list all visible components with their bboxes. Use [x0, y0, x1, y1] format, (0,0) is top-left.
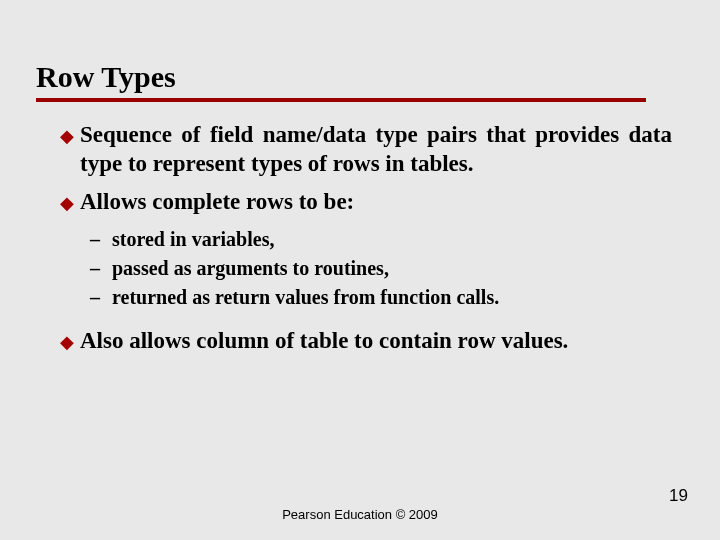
dash-icon: –: [90, 283, 112, 312]
header-spacer: [0, 0, 720, 60]
bullet-text: Also allows column of table to contain r…: [80, 326, 568, 355]
bullet-text: Allows complete rows to be:: [80, 187, 354, 216]
bullet-rest: complete rows to be:: [146, 189, 354, 214]
bullet-lead: Sequence: [80, 122, 172, 147]
sub-bullet-item: – returned as return values from functio…: [90, 283, 672, 312]
bullet-item: ◆ Sequence of field name/data type pairs…: [60, 120, 672, 179]
sub-bullet-list: – stored in variables, – passed as argum…: [90, 225, 672, 312]
bullet-diamond-icon: ◆: [60, 122, 74, 150]
title-block: Row Types: [36, 60, 684, 102]
slide: Row Types ◆ Sequence of field name/data …: [0, 0, 720, 540]
sub-bullet-item: – passed as arguments to routines,: [90, 254, 672, 283]
title-underline: [36, 98, 646, 102]
bullet-item: ◆ Also allows column of table to contain…: [60, 326, 672, 356]
bullet-diamond-icon: ◆: [60, 189, 74, 217]
dash-icon: –: [90, 254, 112, 283]
sub-bullet-item: – stored in variables,: [90, 225, 672, 254]
bullet-text: Sequence of field name/data type pairs t…: [80, 120, 672, 179]
sub-bullet-text: stored in variables,: [112, 225, 274, 254]
footer-text: Pearson Education © 2009: [0, 507, 720, 522]
dash-icon: –: [90, 225, 112, 254]
bullet-item: ◆ Allows complete rows to be:: [60, 187, 672, 217]
bullet-rest: allows column of table to contain row va…: [123, 328, 568, 353]
page-number: 19: [669, 486, 688, 506]
bullet-diamond-icon: ◆: [60, 328, 74, 356]
sub-bullet-text: returned as return values from function …: [112, 283, 499, 312]
content-area: ◆ Sequence of field name/data type pairs…: [60, 120, 672, 356]
slide-title: Row Types: [36, 60, 684, 98]
bullet-lead: Allows: [80, 189, 146, 214]
sub-bullet-text: passed as arguments to routines,: [112, 254, 389, 283]
bullet-lead: Also: [80, 328, 123, 353]
